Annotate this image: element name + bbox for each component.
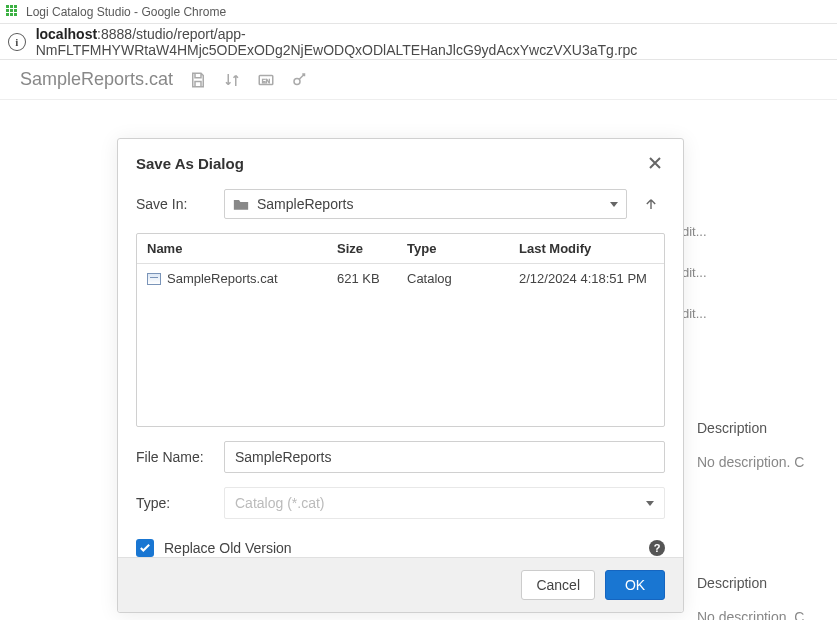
description-heading: Description: [697, 575, 837, 591]
description-heading: Description: [697, 420, 837, 436]
file-list-header: Name Size Type Last Modify: [137, 234, 664, 264]
up-folder-button[interactable]: [637, 190, 665, 218]
save-in-row: Save In: SampleReports: [118, 183, 683, 225]
file-size: 621 KB: [327, 264, 397, 293]
replace-old-version-checkbox[interactable]: [136, 539, 154, 557]
save-in-select[interactable]: SampleReports: [224, 189, 627, 219]
app-grid-icon: [6, 5, 20, 19]
check-icon: [139, 543, 151, 553]
file-type: Catalog: [397, 264, 509, 293]
site-info-icon[interactable]: i: [8, 33, 26, 51]
description-body: No description. C: [697, 609, 837, 620]
catalog-toolbar: SampleReports.cat EN: [0, 60, 837, 100]
folder-icon: [233, 198, 249, 211]
close-icon[interactable]: [645, 153, 665, 173]
description-body: No description. C: [697, 454, 837, 470]
save-in-label: Save In:: [136, 196, 214, 212]
col-name[interactable]: Name: [137, 234, 327, 263]
sort-icon[interactable]: [223, 71, 241, 89]
browser-address-bar[interactable]: i localhost:8888/studio/report/app-NmFLT…: [0, 24, 837, 60]
file-list: Name Size Type Last Modify SampleReports…: [136, 233, 665, 427]
url-text: localhost:8888/studio/report/app-NmFLTFM…: [36, 26, 829, 58]
filename-label: File Name:: [136, 449, 214, 465]
key-icon[interactable]: [291, 71, 309, 89]
dialog-title: Save As Dialog: [136, 155, 244, 172]
help-icon[interactable]: ?: [649, 540, 665, 556]
cancel-button[interactable]: Cancel: [521, 570, 595, 600]
type-value: Catalog (*.cat): [235, 495, 324, 511]
file-modified: 2/12/2024 4:18:51 PM: [509, 264, 664, 293]
save-icon[interactable]: [189, 71, 207, 89]
chevron-down-icon: [610, 202, 618, 207]
chevron-down-icon: [646, 501, 654, 506]
dialog-form: File Name: Type: Catalog (*.cat) Replace…: [118, 427, 683, 557]
type-label: Type:: [136, 495, 214, 511]
save-in-value: SampleReports: [257, 196, 602, 212]
window-title: Logi Catalog Studio - Google Chrome: [26, 5, 226, 19]
catalog-title: SampleReports.cat: [20, 69, 173, 90]
catalog-file-icon: [147, 273, 161, 285]
col-type[interactable]: Type: [397, 234, 509, 263]
locale-icon[interactable]: EN: [257, 71, 275, 89]
col-modified[interactable]: Last Modify: [509, 234, 664, 263]
save-as-dialog: Save As Dialog Save In: SampleReports Na…: [117, 138, 684, 613]
edit-link-stub[interactable]: dit...: [682, 306, 707, 321]
col-size[interactable]: Size: [327, 234, 397, 263]
replace-old-version-label: Replace Old Version: [164, 540, 639, 556]
dialog-footer: Cancel OK: [118, 557, 683, 612]
arrow-up-icon: [644, 197, 658, 211]
file-name: SampleReports.cat: [167, 271, 278, 286]
ok-button[interactable]: OK: [605, 570, 665, 600]
svg-text:EN: EN: [262, 78, 270, 84]
browser-titlebar: Logi Catalog Studio - Google Chrome: [0, 0, 837, 24]
type-select[interactable]: Catalog (*.cat): [224, 487, 665, 519]
svg-point-2: [294, 78, 300, 84]
edit-link-stub[interactable]: dit...: [682, 265, 707, 280]
dialog-header: Save As Dialog: [118, 139, 683, 183]
edit-link-stub[interactable]: dit...: [682, 224, 707, 239]
filename-input[interactable]: [224, 441, 665, 473]
file-row[interactable]: SampleReports.cat 621 KB Catalog 2/12/20…: [137, 264, 664, 293]
description-panel: Description No description. C: [697, 555, 837, 620]
